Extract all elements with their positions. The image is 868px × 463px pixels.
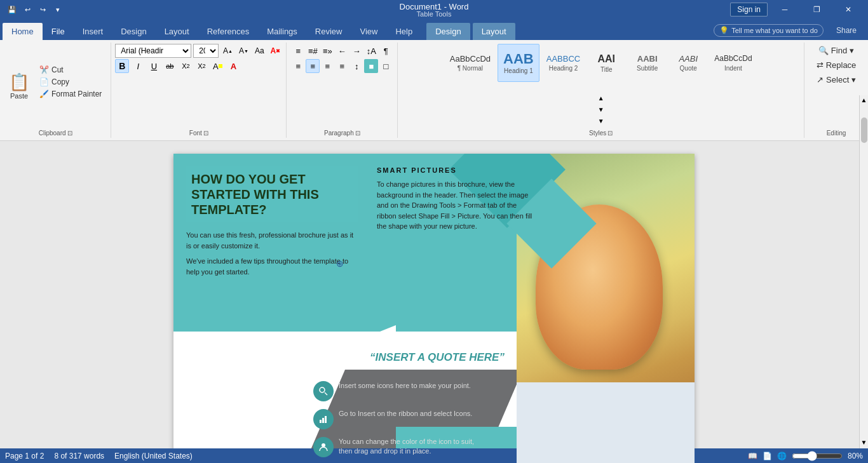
paragraph-dialog-icon[interactable]: ⊡ — [355, 130, 360, 137]
tab-review[interactable]: Review — [306, 23, 351, 40]
language: English (United States) — [114, 452, 193, 460]
styles-dialog-icon[interactable]: ⊡ — [607, 130, 613, 137]
find-button[interactable]: 🔍 Find ▾ — [813, 44, 859, 57]
underline-button[interactable]: U — [147, 59, 161, 73]
decrease-indent-button[interactable]: ← — [335, 44, 349, 58]
cut-button[interactable]: ✂️ Cut — [37, 64, 104, 76]
person-circle-icon — [313, 437, 334, 457]
tab-layout[interactable]: Layout — [156, 23, 198, 40]
style-subtitle[interactable]: AABI Subtitle — [627, 44, 668, 82]
clear-format-button[interactable]: A✖ — [268, 44, 282, 58]
main-heading: HOW DO YOU GET STARTED WITH THIS TEMPLAT… — [191, 171, 353, 217]
minimize-button[interactable]: ─ — [770, 0, 799, 19]
style-quote[interactable]: AABI Quote — [669, 44, 707, 82]
replace-button[interactable]: ⇄ Replace — [811, 58, 862, 72]
quote-area: “INSERT A QUOTE HERE” — [358, 351, 517, 365]
ribbon-tabs: Home File Insert Design Layout Reference… — [0, 19, 868, 40]
svg-point-5 — [322, 443, 325, 447]
show-formatting-button[interactable]: ¶ — [379, 44, 393, 58]
tab-references[interactable]: References — [198, 23, 258, 40]
baby-clothing — [517, 382, 695, 463]
italic-button[interactable]: I — [131, 59, 145, 73]
style-indent[interactable]: AaBbCcDd Indent — [709, 44, 757, 82]
align-center-button[interactable]: ≡ — [306, 59, 320, 73]
tell-me-field[interactable]: 💡 Tell me what you want to do — [714, 24, 824, 37]
font-size-select[interactable]: 20 — [193, 44, 219, 58]
paragraph-controls: ≡ ≡# ≡» ← → ↕A ¶ ≡ ≡ ≡ ≡ ↕ ■ □ — [291, 44, 393, 137]
shrink-font-button[interactable]: A▼ — [236, 44, 250, 58]
tab-file[interactable]: File — [43, 23, 74, 40]
style-title[interactable]: AAI Title — [587, 44, 625, 82]
style-heading1[interactable]: AAB Heading 1 — [498, 44, 539, 82]
bold-button[interactable]: B — [115, 59, 129, 73]
styles-more-button[interactable]: ▼ — [596, 115, 606, 126]
numbering-button[interactable]: ≡# — [306, 44, 320, 58]
customize-quick-access-icon[interactable]: ▾ — [51, 3, 65, 17]
change-case-button[interactable]: Aa — [252, 44, 266, 58]
paragraph-row2: ≡ ≡ ≡ ≡ ↕ ■ □ — [291, 59, 393, 73]
font-group: Arial (Headir 20 A▲ A▼ Aa A✖ B I U ab X2 — [111, 43, 287, 138]
style-normal[interactable]: AaBbCcDd ¶ Normal — [444, 44, 496, 82]
redo-icon[interactable]: ↪ — [36, 3, 50, 17]
icon-text-2: Go to Insert on the ribbon and select Ic… — [339, 409, 472, 419]
lightbulb-icon: 💡 — [719, 26, 729, 35]
svg-rect-4 — [325, 416, 327, 423]
icon-text-1: Insert some icons here to make your poin… — [339, 381, 471, 391]
increase-indent-button[interactable]: → — [349, 44, 363, 58]
strikethrough-button[interactable]: ab — [163, 59, 177, 73]
font-controls: Arial (Headir 20 A▲ A▼ Aa A✖ B I U ab X2 — [115, 44, 282, 137]
multilevel-list-button[interactable]: ≡» — [320, 44, 334, 58]
restore-button[interactable]: ❐ — [802, 0, 831, 19]
close-button[interactable]: ✕ — [834, 0, 863, 19]
sort-button[interactable]: ↕A — [364, 44, 378, 58]
title-bar-left: 💾 ↩ ↪ ▾ — [5, 3, 65, 17]
shading-button[interactable]: ■ — [364, 59, 378, 73]
document-area[interactable]: ⊕ HOW DO YOU GET STARTED WITH THIS TEMPL… — [0, 141, 868, 463]
font-color-button[interactable]: A — [226, 59, 240, 73]
quick-access-toolbar: 💾 ↩ ↪ ▾ — [5, 3, 65, 17]
font-name-select[interactable]: Arial (Headir — [115, 44, 191, 58]
bullets-button[interactable]: ≡ — [291, 44, 305, 58]
tab-insert[interactable]: Insert — [74, 23, 112, 40]
selection-handle[interactable]: ⊕ — [336, 258, 344, 269]
copy-button[interactable]: 📄 Copy — [37, 76, 104, 88]
select-icon: ↗ — [817, 75, 824, 84]
zoom-slider[interactable] — [792, 451, 843, 461]
borders-button[interactable]: □ — [379, 59, 393, 73]
undo-icon[interactable]: ↩ — [20, 3, 34, 17]
sign-in-button[interactable]: Sign in — [730, 3, 768, 17]
text-highlight-button[interactable]: A▬ — [210, 59, 224, 73]
tab-layout-active[interactable]: Layout — [473, 23, 515, 40]
tab-design[interactable]: Design — [112, 23, 155, 40]
styles-list: AaBbCcDd ¶ Normal AAB Heading 1 AABBCC H… — [444, 44, 758, 91]
print-layout-icon[interactable]: 📄 — [763, 452, 772, 460]
font-dialog-icon[interactable]: ⊡ — [203, 130, 208, 137]
tab-home[interactable]: Home — [3, 23, 43, 40]
superscript-button[interactable]: X2 — [194, 59, 208, 73]
tab-mailings[interactable]: Mailings — [258, 23, 306, 40]
web-layout-icon[interactable]: 🌐 — [777, 452, 787, 460]
format-painter-button[interactable]: 🖌️ Format Painter — [37, 88, 104, 100]
justify-button[interactable]: ≡ — [335, 59, 349, 73]
scroll-up-button[interactable]: ▲ — [860, 95, 868, 105]
clipboard-dialog-icon[interactable]: ⊡ — [67, 130, 72, 137]
read-mode-icon[interactable]: 📖 — [748, 452, 757, 460]
scroll-down-button[interactable]: ▼ — [861, 439, 867, 446]
styles-scroll-up-button[interactable]: ▲ — [596, 92, 606, 104]
paste-button[interactable]: 📋 Paste — [4, 71, 34, 101]
tab-help[interactable]: Help — [386, 23, 421, 40]
save-icon[interactable]: 💾 — [5, 3, 19, 17]
select-button[interactable]: ↗ Select ▾ — [811, 73, 861, 86]
align-right-button[interactable]: ≡ — [320, 59, 334, 73]
tab-view[interactable]: View — [351, 23, 386, 40]
scroll-thumb[interactable] — [861, 117, 867, 143]
styles-scroll-down-button[interactable]: ▼ — [596, 104, 606, 115]
subscript-button[interactable]: X2 — [179, 59, 193, 73]
line-spacing-button[interactable]: ↕ — [349, 59, 363, 73]
share-button[interactable]: Share — [827, 22, 865, 39]
tab-design-active[interactable]: Design — [426, 23, 470, 40]
grow-font-button[interactable]: A▲ — [220, 44, 234, 58]
style-heading2[interactable]: AABBCC Heading 2 — [541, 44, 586, 82]
align-left-button[interactable]: ≡ — [291, 59, 305, 73]
vertical-scrollbar[interactable]: ▲ ▼ — [859, 95, 868, 448]
